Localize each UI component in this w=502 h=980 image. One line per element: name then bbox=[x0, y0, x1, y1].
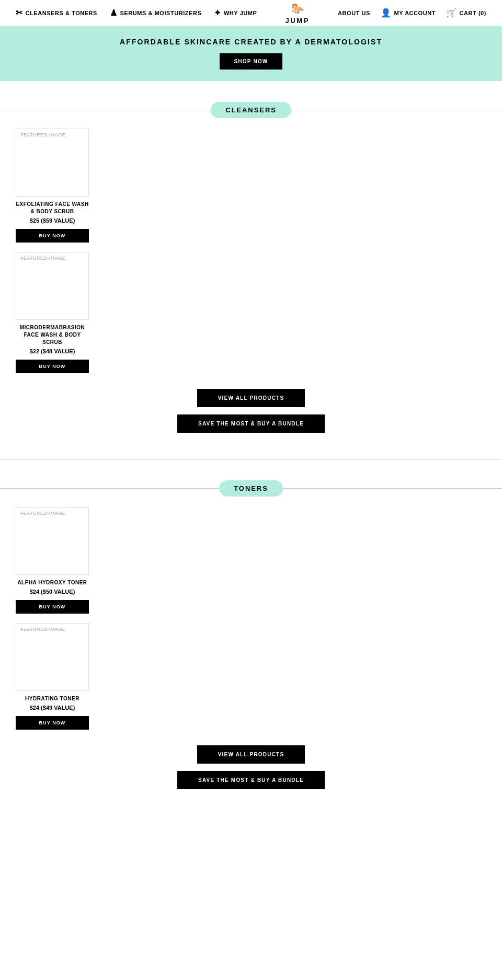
toners-products: FEATURED-IMAGE ALPHA HYDROXY TONER $24 (… bbox=[0, 507, 502, 789]
divider-line-right bbox=[291, 110, 502, 110]
cleansers-divider: CLEANSERS bbox=[0, 102, 502, 118]
product-name-microdermabrasion: MICRODERMABRASION FACE WASH & BODY SCRUB bbox=[16, 324, 89, 346]
nav-my-account[interactable]: 👤 MY ACCOUNT bbox=[381, 8, 436, 18]
product-image-exfoliating: FEATURED-IMAGE bbox=[16, 129, 89, 197]
cart-icon: 🛒 bbox=[446, 8, 457, 18]
shop-now-button[interactable]: SHOP NOW bbox=[220, 53, 283, 70]
serums-icon: ♟ bbox=[110, 8, 118, 18]
buy-now-microdermabrasion[interactable]: BUY NOW bbox=[16, 360, 89, 373]
product-name-exfoliating: EXFOLIATING FACE WASH & BODY SCRUB bbox=[16, 201, 89, 215]
nav-logo[interactable]: 🐎 JUMP bbox=[285, 1, 310, 25]
view-all-toners-button[interactable]: VIEW ALL PRODUCTS bbox=[197, 745, 305, 764]
toners-divider-line-left bbox=[0, 488, 219, 489]
nav-about-us[interactable]: ABOUT US bbox=[338, 10, 370, 16]
buy-now-exfoliating[interactable]: BUY NOW bbox=[16, 229, 89, 243]
nav-cart[interactable]: 🛒 CART (0) bbox=[446, 8, 486, 18]
nav-left: ✂ CLEANSERS & TONERS ♟ SERUMS & MOISTURI… bbox=[16, 8, 257, 18]
divider-line-left bbox=[0, 110, 211, 110]
nav-serums-moisturizers[interactable]: ♟ SERUMS & MOISTURIZERS bbox=[110, 8, 201, 18]
product-price-exfoliating: $25 ($59 VALUE) bbox=[16, 217, 89, 224]
nav-cleansers-toners[interactable]: ✂ CLEANSERS & TONERS bbox=[16, 8, 97, 18]
product-card-hydrating-toner: FEATURED-IMAGE HYDRATING TONER $24 ($49 … bbox=[16, 623, 89, 711]
product-image-microdermabrasion: FEATURED-IMAGE bbox=[16, 252, 89, 320]
product-price-alpha-hydroxy: $24 ($50 VALUE) bbox=[16, 589, 89, 595]
nav-why-jump[interactable]: ✦ WHY JUMP bbox=[214, 8, 257, 18]
buy-now-hydrating-toner[interactable]: BUY NOW bbox=[16, 716, 89, 730]
svg-text:🐎: 🐎 bbox=[291, 2, 304, 15]
product-card-exfoliating: FEATURED-IMAGE EXFOLIATING FACE WASH & B… bbox=[16, 129, 89, 224]
product-price-hydrating-toner: $24 ($49 VALUE) bbox=[16, 705, 89, 711]
logo-text: JUMP bbox=[285, 17, 310, 25]
bundle-cleansers-button[interactable]: SAVE THE MOST & BUY A BUNDLE bbox=[177, 414, 325, 433]
product-price-microdermabrasion: $22 ($48 VALUE) bbox=[16, 348, 89, 354]
hero-banner: AFFORDABLE SKINCARE CREATED BY A DERMATO… bbox=[0, 26, 502, 81]
product-card-microdermabrasion: FEATURED-IMAGE MICRODERMABRASION FACE WA… bbox=[16, 252, 89, 354]
toners-divider-line-right bbox=[283, 488, 502, 489]
cleansers-cta-buttons: VIEW ALL PRODUCTS SAVE THE MOST & BUY A … bbox=[16, 389, 486, 433]
account-icon: 👤 bbox=[381, 8, 392, 18]
cleansers-badge: CLEANSERS bbox=[211, 102, 291, 118]
buy-now-alpha-hydroxy[interactable]: BUY NOW bbox=[16, 600, 89, 614]
view-all-cleansers-button[interactable]: VIEW ALL PRODUCTS bbox=[197, 389, 305, 407]
cleansers-products: FEATURED-IMAGE EXFOLIATING FACE WASH & B… bbox=[0, 129, 502, 433]
toners-section: TONERS FEATURED-IMAGE ALPHA HYDROXY TONE… bbox=[0, 459, 502, 789]
hero-tagline: AFFORDABLE SKINCARE CREATED BY A DERMATO… bbox=[10, 38, 492, 46]
product-name-hydrating-toner: HYDRATING TONER bbox=[16, 695, 89, 702]
nav-right: ABOUT US 👤 MY ACCOUNT 🛒 CART (0) bbox=[338, 8, 486, 18]
toners-badge: TONERS bbox=[219, 480, 283, 497]
jump-logo-icon: 🐎 bbox=[290, 1, 305, 16]
bundle-toners-button[interactable]: SAVE THE MOST & BUY A BUNDLE bbox=[177, 771, 325, 789]
product-card-alpha-hydroxy: FEATURED-IMAGE ALPHA HYDROXY TONER $24 (… bbox=[16, 507, 89, 595]
toners-cta-buttons: VIEW ALL PRODUCTS SAVE THE MOST & BUY A … bbox=[16, 745, 486, 789]
toners-divider: TONERS bbox=[0, 480, 502, 497]
why-jump-icon: ✦ bbox=[214, 8, 221, 18]
product-image-hydrating-toner: FEATURED-IMAGE bbox=[16, 623, 89, 691]
main-nav: ✂ CLEANSERS & TONERS ♟ SERUMS & MOISTURI… bbox=[0, 0, 502, 26]
product-name-alpha-hydroxy: ALPHA HYDROXY TONER bbox=[16, 579, 89, 586]
product-image-alpha-hydroxy: FEATURED-IMAGE bbox=[16, 507, 89, 575]
cleansers-icon: ✂ bbox=[16, 8, 23, 18]
